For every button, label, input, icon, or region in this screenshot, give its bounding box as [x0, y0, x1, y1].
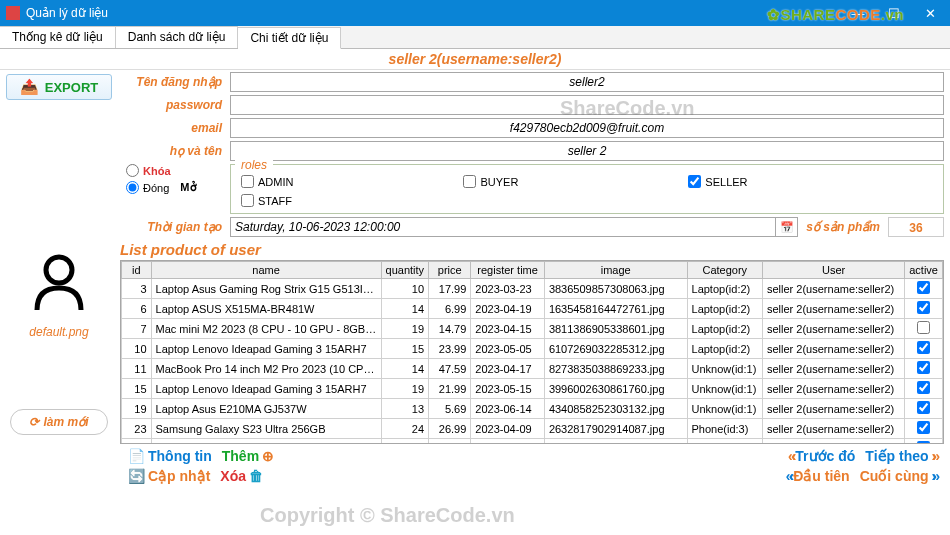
col-user[interactable]: User — [763, 262, 905, 279]
refresh-icon: ⟳ — [29, 415, 39, 429]
dong-label: Đóng — [143, 182, 169, 194]
last-icon: ›» — [932, 468, 936, 484]
username-label: Tên đăng nhập — [120, 75, 230, 89]
table-row[interactable]: 15Laptop Lenovo Ideapad Gaming 3 15ARH71… — [122, 379, 943, 399]
list-heading: List product of user — [120, 239, 944, 260]
col-img[interactable]: image — [544, 262, 687, 279]
radio-dong-mo[interactable]: Đóng Mở — [126, 181, 197, 194]
prev-button[interactable]: «‹ Trước đó — [788, 448, 855, 464]
role-seller[interactable]: SELLER — [688, 175, 747, 188]
username-input[interactable] — [230, 72, 944, 92]
export-label: EXPORT — [45, 80, 98, 95]
first-icon: «‹ — [786, 468, 790, 484]
role-admin[interactable]: ADMIN — [241, 175, 293, 188]
col-id[interactable]: id — [122, 262, 152, 279]
tab-stats[interactable]: Thống kê dữ liệu — [0, 26, 116, 48]
fullname-input[interactable] — [230, 141, 944, 161]
active-checkbox[interactable] — [917, 321, 930, 334]
tab-detail[interactable]: Chi tiết dữ liệu — [238, 27, 341, 49]
col-cat[interactable]: Category — [687, 262, 762, 279]
khoa-label: Khóa — [143, 165, 171, 177]
active-checkbox[interactable] — [917, 301, 930, 314]
table-row[interactable]: 23Samsung Galaxy S23 Ultra 256GB2426.992… — [122, 419, 943, 439]
window-title: Quản lý dữ liệu — [26, 6, 108, 20]
table-row[interactable]: 7Mac mini M2 2023 (8 CPU - 10 GPU - 8GB … — [122, 319, 943, 339]
app-icon — [6, 6, 20, 20]
maximize-button[interactable]: ☐ — [880, 6, 908, 21]
active-checkbox[interactable] — [917, 341, 930, 354]
next-button[interactable]: Tiếp theo ›» — [865, 448, 936, 464]
table-row[interactable]: 11MacBook Pro 14 inch M2 Pro 2023 (10 CP… — [122, 359, 943, 379]
password-label: password — [120, 98, 230, 112]
roles-group: roles ADMIN STAFF BUYER SELLER — [230, 164, 944, 214]
prodcount-value: 36 — [888, 217, 944, 237]
first-button[interactable]: «‹ Đầu tiên — [786, 468, 850, 484]
fullname-label: họ và tên — [120, 144, 230, 158]
active-checkbox[interactable] — [917, 401, 930, 414]
titlebar: Quản lý dữ liệu — ☐ ✕ — [0, 0, 950, 26]
table-row[interactable]: 19Laptop Asus E210MA GJ537W135.692023-06… — [122, 399, 943, 419]
tab-strip: Thống kê dữ liệu Danh sách dữ liệu Chi t… — [0, 26, 950, 49]
created-input[interactable] — [230, 217, 776, 237]
trash-icon: 🗑 — [249, 468, 263, 484]
minimize-button[interactable]: — — [844, 6, 872, 21]
avatar — [27, 250, 91, 317]
created-label: Thời gian tạo — [120, 220, 230, 234]
table-row[interactable]: 3Laptop Asus Gaming Rog Strix G15 G513IH… — [122, 279, 943, 299]
footer-bar: 📄 Thông tin Thêm ⊕ «‹ Trước đó Tiếp theo… — [120, 444, 944, 468]
plus-icon: ⊕ — [262, 448, 274, 464]
update-button[interactable]: 🔄 Cập nhật — [128, 468, 210, 484]
export-icon: 📤 — [20, 78, 39, 96]
tab-list[interactable]: Danh sách dữ liệu — [116, 26, 239, 48]
active-checkbox[interactable] — [917, 381, 930, 394]
col-price[interactable]: price — [429, 262, 471, 279]
table-row[interactable]: 6Laptop ASUS X515MA-BR481W146.992023-04-… — [122, 299, 943, 319]
radio-khoa[interactable]: Khóa — [126, 164, 171, 177]
update-icon: 🔄 — [128, 468, 145, 484]
col-name[interactable]: name — [151, 262, 381, 279]
prodcount-label: số sản phẩm — [798, 220, 888, 234]
role-staff[interactable]: STAFF — [241, 194, 293, 207]
email-input[interactable] — [230, 118, 944, 138]
password-input[interactable] — [230, 95, 944, 115]
close-button[interactable]: ✕ — [916, 6, 944, 21]
active-checkbox[interactable] — [917, 361, 930, 374]
refresh-label: làm mới — [43, 415, 88, 429]
footer-bar-2: 🔄 Cập nhật Xóa 🗑 «‹ Đầu tiên Cuối cùng ›… — [120, 468, 944, 488]
col-active[interactable]: active — [905, 262, 943, 279]
email-label: email — [120, 121, 230, 135]
page-title: seller 2(username:seller2) — [0, 49, 950, 70]
product-grid[interactable]: id name quantity price register time ima… — [120, 260, 944, 444]
mo-label: Mở — [180, 181, 196, 194]
active-checkbox[interactable] — [917, 421, 930, 434]
calendar-icon[interactable]: 📅 — [776, 217, 798, 237]
roles-legend: roles — [235, 157, 273, 173]
role-buyer[interactable]: BUYER — [463, 175, 518, 188]
last-button[interactable]: Cuối cùng ›» — [860, 468, 936, 484]
delete-button[interactable]: Xóa 🗑 — [220, 468, 263, 484]
table-row[interactable]: 10Laptop Lenovo Ideapad Gaming 3 15ARH71… — [122, 339, 943, 359]
export-button[interactable]: 📤 EXPORT — [6, 74, 112, 100]
avatar-filename: default.png — [29, 325, 88, 339]
col-reg[interactable]: register time — [471, 262, 545, 279]
watermark-copyright: Copyright © ShareCode.vn — [260, 504, 515, 527]
info-icon: 📄 — [128, 448, 145, 464]
info-button[interactable]: 📄 Thông tin — [128, 448, 212, 464]
chevron-left-icon: «‹ — [788, 448, 792, 464]
col-qty[interactable]: quantity — [381, 262, 429, 279]
refresh-button[interactable]: ⟳ làm mới — [10, 409, 108, 435]
add-button[interactable]: Thêm ⊕ — [222, 448, 274, 464]
chevron-right-icon: ›» — [932, 448, 936, 464]
active-checkbox[interactable] — [917, 281, 930, 294]
svg-point-0 — [46, 257, 72, 283]
